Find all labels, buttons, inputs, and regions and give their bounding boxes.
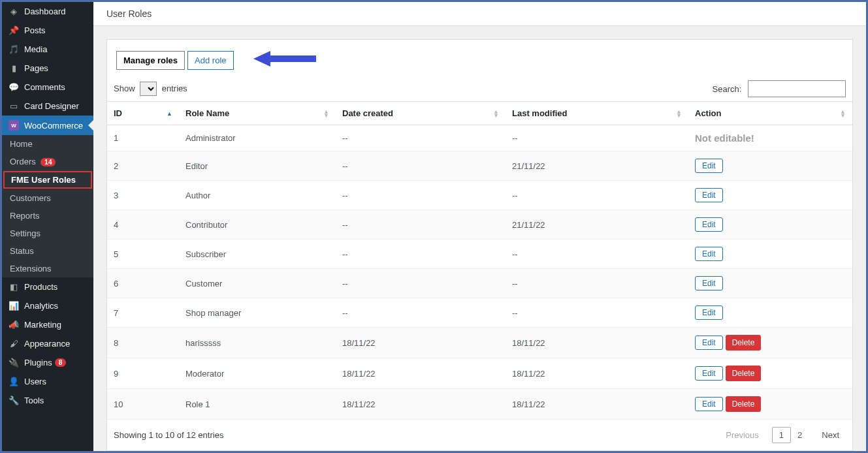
cell-created: --	[336, 298, 506, 328]
sidebar-item-products[interactable]: ◧Products	[2, 277, 93, 296]
table-row: 2Editor--21/11/22Edit	[107, 151, 852, 181]
edit-button[interactable]: Edit	[695, 305, 723, 320]
sub-item-orders[interactable]: Orders 14	[2, 153, 93, 170]
edit-button[interactable]: Edit	[695, 217, 723, 232]
sidebar-item-posts[interactable]: 📌Posts	[2, 21, 93, 40]
table-row: 10Role 118/11/2218/11/22EditDelete	[107, 389, 852, 420]
edit-button[interactable]: Edit	[695, 247, 723, 261]
cell-modified: 21/11/22	[506, 151, 688, 181]
cell-modified: 18/11/22	[506, 328, 688, 358]
cell-action: Not editable!	[688, 125, 852, 151]
woocommerce-icon: W	[7, 120, 20, 131]
edit-button[interactable]: Edit	[695, 366, 723, 381]
cell-action: Edit	[688, 210, 852, 240]
cell-id: 3	[107, 181, 179, 210]
edit-button[interactable]: Edit	[695, 336, 723, 350]
sub-label: Orders	[10, 157, 36, 166]
col-id[interactable]: ID▲	[107, 102, 179, 125]
cell-modified: --	[506, 298, 688, 328]
roles-panel: Manage roles Add role Show 10 entries Se…	[106, 39, 853, 451]
col-modified[interactable]: Last modified▲▼	[506, 102, 688, 125]
pagination: Previous 12 Next	[719, 428, 846, 443]
tab-add-role[interactable]: Add role	[187, 51, 233, 70]
col-action[interactable]: Action▲▼	[688, 102, 852, 125]
cell-role: Role 1	[179, 389, 336, 420]
roles-table: ID▲ Role Name▲▼ Date created▲▼ Last modi…	[107, 101, 852, 420]
cell-created: --	[336, 240, 506, 269]
page-number[interactable]: 1	[772, 427, 791, 443]
pointer-arrow-icon	[252, 49, 317, 71]
cell-action: Edit	[688, 240, 852, 269]
users-icon: 👤	[7, 377, 20, 386]
sidebar-item-pages[interactable]: ▮Pages	[2, 59, 93, 78]
col-role[interactable]: Role Name▲▼	[179, 102, 336, 125]
sidebar-item-woocommerce[interactable]: WWooCommerce	[2, 116, 93, 135]
sub-item-fme-user-roles[interactable]: FME User Roles	[3, 171, 92, 189]
sidebar-item-media[interactable]: 🎵Media	[2, 40, 93, 59]
card-icon: ▭	[7, 101, 20, 111]
search-input[interactable]	[748, 80, 846, 97]
delete-button[interactable]: Delete	[726, 396, 762, 412]
sub-item-customers[interactable]: Customers	[2, 189, 93, 207]
length-select[interactable]: 10	[140, 82, 157, 96]
cell-id: 5	[107, 240, 179, 269]
orders-count-badge: 14	[40, 158, 56, 166]
plugins-icon: 🔌	[7, 358, 20, 367]
cell-action: Edit	[688, 298, 852, 328]
svg-marker-0	[253, 51, 316, 67]
edit-button[interactable]: Edit	[695, 159, 723, 173]
sub-item-extensions[interactable]: Extensions	[2, 260, 93, 277]
sub-item-home[interactable]: Home	[2, 135, 93, 153]
edit-button[interactable]: Edit	[695, 397, 723, 411]
sub-item-settings[interactable]: Settings	[2, 225, 93, 242]
show-label: Show	[114, 84, 135, 93]
products-icon: ◧	[7, 282, 20, 292]
cell-action: EditDelete	[688, 389, 852, 420]
edit-button[interactable]: Edit	[695, 188, 723, 202]
page-previous[interactable]: Previous	[719, 428, 765, 443]
dashboard-icon: ◈	[7, 7, 20, 16]
sidebar-item-users[interactable]: 👤Users	[2, 372, 93, 391]
sidebar-item-marketing[interactable]: 📣Marketing	[2, 315, 93, 334]
delete-button[interactable]: Delete	[726, 335, 762, 351]
sidebar-label: Comments	[24, 82, 65, 92]
sidebar-item-tools[interactable]: 🔧Tools	[2, 391, 93, 410]
cell-action: EditDelete	[688, 358, 852, 389]
cell-id: 10	[107, 389, 179, 420]
cell-id: 4	[107, 210, 179, 240]
delete-button[interactable]: Delete	[726, 366, 762, 381]
sidebar-item-comments[interactable]: 💬Comments	[2, 78, 93, 97]
table-row: 4Contributor--21/11/22Edit	[107, 210, 852, 240]
sub-item-reports[interactable]: Reports	[2, 207, 93, 225]
sort-icon: ▲	[167, 112, 172, 116]
sidebar-label: Products	[24, 282, 57, 292]
edit-button[interactable]: Edit	[695, 276, 723, 290]
sidebar-label: Appearance	[24, 339, 70, 349]
sidebar-item-analytics[interactable]: 📊Analytics	[2, 296, 93, 315]
cell-role: Author	[179, 181, 336, 210]
table-row: 1Administrator----Not editable!	[107, 125, 852, 151]
table-row: 9Moderator18/11/2218/11/22EditDelete	[107, 358, 852, 389]
sidebar-label: Posts	[24, 25, 46, 35]
sidebar-item-appearance[interactable]: 🖌Appearance	[2, 334, 93, 353]
table-info: Showing 1 to 10 of 12 entries	[114, 430, 223, 440]
table-row: 3Author----Edit	[107, 181, 852, 210]
sidebar-label: Pages	[24, 63, 48, 73]
col-created[interactable]: Date created▲▼	[336, 102, 506, 125]
pin-icon: 📌	[7, 25, 20, 35]
sidebar-item-dashboard[interactable]: ◈Dashboard	[2, 2, 93, 21]
cell-role: Editor	[179, 151, 336, 181]
sidebar-label: Plugins	[24, 358, 52, 367]
cell-modified: --	[506, 269, 688, 298]
sidebar-label: Tools	[24, 396, 44, 405]
sub-item-status[interactable]: Status	[2, 242, 93, 260]
page-number[interactable]: 2	[791, 428, 809, 443]
cell-role: Subscriber	[179, 240, 336, 269]
cell-role: Customer	[179, 269, 336, 298]
sidebar-item-plugins[interactable]: 🔌Plugins 8	[2, 353, 93, 372]
cell-role: harisssss	[179, 328, 336, 358]
page-next[interactable]: Next	[815, 428, 846, 443]
sidebar-item-card-designer[interactable]: ▭Card Designer	[2, 97, 93, 116]
cell-created: 18/11/22	[336, 358, 506, 389]
tab-manage-roles[interactable]: Manage roles	[116, 51, 185, 70]
